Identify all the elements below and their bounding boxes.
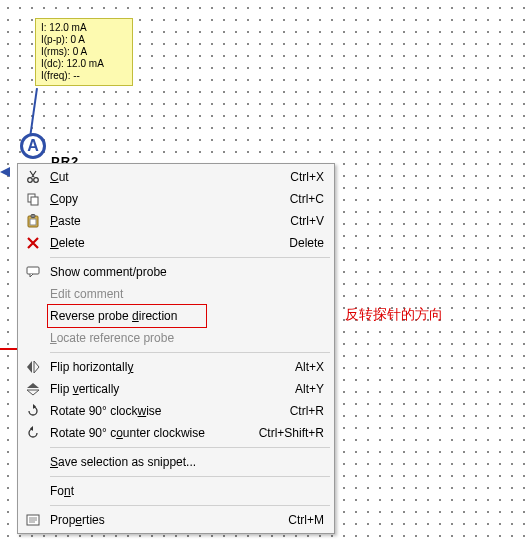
context-menu: CutCtrl+XCopyCtrl+CPasteCtrl+VDeleteDele… [17, 163, 335, 534]
menu-item-label: Delete [44, 236, 289, 250]
rot-ccw-icon [22, 424, 44, 442]
menu-item[interactable]: DeleteDelete [20, 232, 332, 254]
menu-item-label: Properties [44, 513, 288, 527]
menu-item-shortcut: Ctrl+C [290, 192, 328, 206]
menu-item-label: Locate reference probe [44, 331, 324, 345]
blank-icon [22, 285, 44, 303]
menu-separator [50, 476, 330, 477]
comment-icon [22, 263, 44, 281]
probe-line: I(freq): -- [41, 70, 127, 82]
menu-item-shortcut: Ctrl+R [290, 404, 328, 418]
menu-item[interactable]: PropertiesCtrl+M [20, 509, 332, 531]
menu-separator [50, 257, 330, 258]
menu-separator [50, 352, 330, 353]
blank-icon [22, 453, 44, 471]
menu-item-label: Font [44, 484, 324, 498]
menu-item-label: Edit comment [44, 287, 324, 301]
rot-cw-icon [22, 402, 44, 420]
menu-item-label: Rotate 90° clockwise [44, 404, 290, 418]
probe-tooltip: I: 12.0 mA I(p-p): 0 A I(rms): 0 A I(dc)… [35, 18, 133, 86]
paste-icon [22, 212, 44, 230]
menu-item-label: Save selection as snippet... [44, 455, 324, 469]
menu-item[interactable]: Flip verticallyAlt+Y [20, 378, 332, 400]
menu-item-shortcut: Delete [289, 236, 328, 250]
delete-icon [22, 234, 44, 252]
menu-item[interactable]: Rotate 90° counter clockwiseCtrl+Shift+R [20, 422, 332, 444]
menu-item-label: Flip vertically [44, 382, 295, 396]
menu-item[interactable]: Reverse probe direction [20, 305, 332, 327]
menu-item-shortcut: Ctrl+V [290, 214, 328, 228]
properties-icon [22, 511, 44, 529]
flip-h-icon [22, 358, 44, 376]
menu-item-shortcut: Ctrl+M [288, 513, 328, 527]
menu-item[interactable]: PasteCtrl+V [20, 210, 332, 232]
menu-item-shortcut: Ctrl+Shift+R [259, 426, 328, 440]
menu-item[interactable]: CutCtrl+X [20, 166, 332, 188]
menu-item-shortcut: Alt+Y [295, 382, 328, 396]
menu-item[interactable]: Rotate 90° clockwiseCtrl+R [20, 400, 332, 422]
probe-line: I(p-p): 0 A [41, 34, 127, 46]
menu-item-label: Show comment/probe [44, 265, 324, 279]
blank-icon [22, 482, 44, 500]
cut-icon [22, 168, 44, 186]
ammeter-label: A [27, 137, 39, 155]
menu-item[interactable]: Save selection as snippet... [20, 451, 332, 473]
menu-item-label: Copy [44, 192, 290, 206]
menu-item-label: Flip horizontally [44, 360, 295, 374]
menu-item[interactable]: CopyCtrl+C [20, 188, 332, 210]
svg-rect-5 [31, 215, 35, 218]
menu-item[interactable]: Show comment/probe [20, 261, 332, 283]
copy-icon [22, 190, 44, 208]
menu-item[interactable]: Font [20, 480, 332, 502]
menu-item-label: Paste [44, 214, 290, 228]
svg-point-0 [28, 178, 33, 183]
menu-separator [50, 505, 330, 506]
ammeter-icon[interactable]: A [20, 133, 46, 159]
annotation-text: 反转探针的方向 [345, 306, 443, 324]
menu-item-shortcut: Alt+X [295, 360, 328, 374]
svg-rect-3 [31, 197, 38, 205]
menu-item-label: Rotate 90° counter clockwise [44, 426, 259, 440]
menu-item-label: Cut [44, 170, 290, 184]
menu-item[interactable]: Flip horizontallyAlt+X [20, 356, 332, 378]
blank-icon [22, 307, 44, 325]
menu-item-shortcut: Ctrl+X [290, 170, 328, 184]
probe-line: I: 12.0 mA [41, 22, 127, 34]
blank-icon [22, 329, 44, 347]
flip-v-icon [22, 380, 44, 398]
probe-line: I(rms): 0 A [41, 46, 127, 58]
arrow-icon [0, 167, 10, 177]
menu-item: Edit comment [20, 283, 332, 305]
svg-rect-6 [30, 219, 36, 225]
svg-point-1 [34, 178, 39, 183]
wire-segment [0, 348, 17, 350]
menu-separator [50, 447, 330, 448]
svg-rect-7 [27, 267, 39, 274]
menu-item: Locate reference probe [20, 327, 332, 349]
probe-line: I(dc): 12.0 mA [41, 58, 127, 70]
menu-item-label: Reverse probe direction [44, 309, 324, 323]
